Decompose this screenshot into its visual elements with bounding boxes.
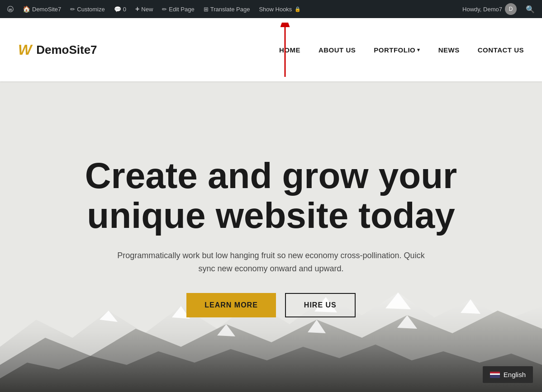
comments-count: 0	[123, 6, 126, 13]
hero-title: Create and grow your unique website toda…	[58, 156, 484, 236]
show-hooks-button[interactable]: Show Hooks 🔒	[255, 0, 304, 18]
admin-bar: W 🏠 DemoSite7 ✏ Customize 💬 0 + New ✏ Ed…	[0, 0, 542, 18]
admin-site-name[interactable]: 🏠 DemoSite7	[19, 0, 65, 18]
avatar: D	[505, 3, 517, 15]
translate-page-label: Translate Page	[210, 6, 250, 13]
show-hooks-label: Show Hooks	[259, 6, 292, 13]
nav-item-about-us[interactable]: ABOUT US	[319, 46, 356, 54]
comments-icon: 💬	[114, 6, 121, 13]
site-icon: 🏠	[23, 5, 30, 13]
nav-item-contact-us[interactable]: CONTACT US	[478, 46, 524, 54]
edit-page-button[interactable]: ✏ Edit Page	[158, 0, 198, 18]
new-button[interactable]: + New	[132, 0, 157, 18]
svg-text:W: W	[9, 8, 12, 12]
main-nav: HOME ABOUT US PORTFOLIO ▾ NEWS CONTACT U…	[279, 46, 524, 54]
hero-section: Create and grow your unique website toda…	[0, 81, 542, 392]
admin-search-button[interactable]: 🔍	[522, 5, 538, 14]
customize-label: Customize	[77, 6, 105, 13]
hero-buttons: LEARN MORE HIRE US	[58, 293, 484, 317]
language-switcher[interactable]: English	[483, 366, 533, 383]
howdy-text: Howdy, Demo7	[462, 6, 502, 13]
edit-page-label: Edit Page	[169, 6, 194, 13]
hero-subtitle: Programmatically work but low hanging fr…	[113, 249, 429, 275]
wp-logo-button[interactable]: W	[4, 2, 17, 16]
chevron-down-icon: ▾	[417, 47, 420, 53]
customize-icon: ✏	[70, 6, 75, 13]
translate-page-button[interactable]: ⊞ Translate Page	[200, 0, 254, 18]
hire-us-button[interactable]: HIRE US	[285, 293, 356, 317]
edit-page-icon: ✏	[162, 6, 167, 13]
learn-more-button[interactable]: LEARN MORE	[186, 293, 276, 317]
hero-content: Create and grow your unique website toda…	[22, 156, 520, 318]
customize-button[interactable]: ✏ Customize	[67, 0, 108, 18]
admin-site-name-label: DemoSite7	[32, 6, 61, 13]
nav-item-home[interactable]: HOME	[279, 46, 300, 54]
lock-icon: 🔒	[295, 6, 301, 12]
nav-item-portfolio[interactable]: PORTFOLIO ▾	[374, 46, 420, 54]
site-header: W DemoSite7 HOME ABOUT US PORTFOLIO ▾ NE…	[0, 18, 542, 81]
language-label: English	[504, 371, 526, 378]
new-label: New	[141, 6, 153, 13]
flag-icon	[490, 372, 500, 378]
site-name-text: DemoSite7	[36, 43, 97, 57]
new-icon: +	[135, 5, 139, 13]
site-logo[interactable]: W DemoSite7	[18, 43, 97, 57]
comments-button[interactable]: 💬 0	[110, 0, 130, 18]
nav-item-news[interactable]: NEWS	[438, 46, 460, 54]
logo-icon: W	[18, 43, 32, 57]
translate-icon: ⊞	[204, 6, 209, 13]
howdy-section[interactable]: Howdy, Demo7 D	[459, 3, 520, 15]
